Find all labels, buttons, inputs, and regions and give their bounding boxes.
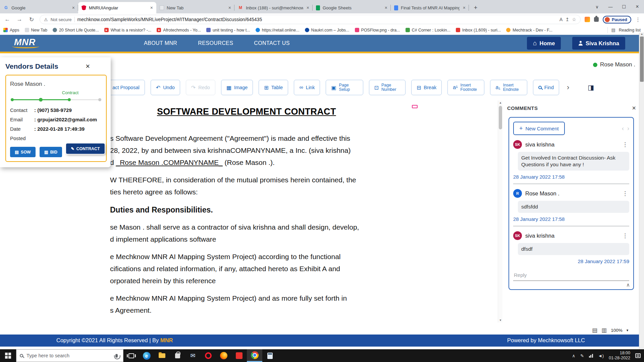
zoom-dropdown-icon[interactable]: ▾ <box>627 328 629 333</box>
bookmark-item[interactable]: https://retail.online... <box>256 28 300 33</box>
toolbar-undo-button[interactable]: ↶ Undo <box>151 80 180 95</box>
toolbar-page-number-button[interactable]: ⊡ Page Number <box>369 80 406 95</box>
slider-step-dot[interactable] <box>39 98 43 102</box>
toolbar-redo-button[interactable]: ↷ Redo <box>186 80 215 95</box>
toolbar-find-button[interactable]: Find <box>533 80 559 95</box>
slider-step-dot[interactable] <box>98 98 101 101</box>
bookmark-item[interactable]: 20 Short Life Quote... <box>53 28 99 33</box>
sidebar-toggle-icon[interactable]: ◨ <box>588 83 594 92</box>
scroll-up-icon[interactable]: ▲ <box>639 33 644 36</box>
bookmark-item[interactable]: Inbox (1,609) - suri... <box>456 28 501 33</box>
bookmark-item[interactable]: C# Corner : Lookin... <box>406 28 450 33</box>
new-comment-button[interactable]: + New Comment <box>513 122 565 135</box>
profile-paused-badge[interactable]: Paused <box>603 16 631 23</box>
contract-button[interactable]: ✎ CONTRACT <box>66 143 105 154</box>
back-icon[interactable]: ← <box>3 16 11 23</box>
mnr-logo[interactable]: MNR <box>14 37 36 48</box>
taskbar-clock[interactable]: 18:00 01-28-2022 <box>609 351 630 361</box>
tab-google-docs[interactable]: Final Tests of MNR AI Mapping S × <box>391 2 469 13</box>
comment-menu-icon[interactable]: ⋮ <box>621 141 629 148</box>
print-layout-icon[interactable]: ▤ <box>592 327 597 334</box>
document-canvas[interactable]: SOFTWARE DEVELOPMENT CONTRACT s Software… <box>110 99 496 324</box>
send-to-device-icon[interactable]: ↥ <box>565 17 569 22</box>
bookmark-item[interactable]: POSFlow.png - dra... <box>355 28 400 33</box>
bookmark-item[interactable]: New Tab <box>25 28 47 33</box>
reload-icon[interactable]: ↻ <box>28 16 36 23</box>
comment-menu-icon[interactable]: ⋮ <box>621 232 629 239</box>
bid-button[interactable]: ▥ BID <box>40 147 62 157</box>
taskbar-chrome[interactable] <box>247 349 262 362</box>
vendor-stage-slider[interactable] <box>11 97 101 102</box>
document-scrollbar[interactable]: ▲ ▼ <box>498 101 502 322</box>
taskbar-opera[interactable] <box>201 349 216 362</box>
action-center-icon[interactable] <box>635 353 641 358</box>
scroll-down-icon[interactable]: ▼ <box>498 319 503 322</box>
pager-left-icon[interactable]: ‹ <box>622 125 624 132</box>
taskbar-search-input[interactable]: Type here to search <box>16 349 123 362</box>
slider-step-dot[interactable] <box>68 98 71 101</box>
home-button[interactable]: ⌂ Home <box>527 37 561 50</box>
toolbar-image-button[interactable]: ▦ Image <box>221 80 253 95</box>
bookmark-item[interactable]: What is a resistor? -... <box>104 28 152 33</box>
taskbar-edge[interactable]: e <box>139 349 154 362</box>
vendor-panel-close-icon[interactable]: × <box>86 62 90 71</box>
tab-search-icon[interactable]: ∨ <box>590 4 604 9</box>
window-maximize-button[interactable]: ☐ <box>617 4 631 9</box>
tab-close-icon[interactable]: × <box>384 5 388 10</box>
tab-close-icon[interactable]: × <box>228 5 232 10</box>
reply-input[interactable]: Reply <box>513 271 629 281</box>
extensions-puzzle-icon[interactable] <box>594 17 599 22</box>
collapse-chevron-icon[interactable]: ∧ <box>626 282 630 288</box>
taskbar-red-app[interactable] <box>231 349 247 362</box>
tab-google[interactable]: G Google × <box>0 2 78 13</box>
extension-icon[interactable] <box>585 17 590 22</box>
bookmark-item[interactable]: Mechtrack - Dev - F... <box>506 28 552 33</box>
bookmark-item[interactable]: Naukri.com – Jobs... <box>305 28 350 33</box>
taskbar-mail[interactable]: ✉ <box>185 349 201 362</box>
start-button[interactable] <box>0 349 16 362</box>
toolbar-break-button[interactable]: ⊟ Break <box>411 80 442 95</box>
bookmark-item[interactable]: unit testing - how t... <box>206 28 250 33</box>
tab-close-icon[interactable]: × <box>306 5 310 10</box>
tab-google-sheets[interactable]: Google Sheets × <box>313 2 391 13</box>
tab-close-icon[interactable]: × <box>462 5 466 10</box>
tab-close-icon[interactable]: × <box>71 5 75 10</box>
nav-contact-us[interactable]: CONTACT US <box>254 40 290 46</box>
new-tab-button[interactable]: + <box>471 3 480 12</box>
toolbar-insert-endnote-button[interactable]: a₁ Insert Endnote <box>490 80 527 95</box>
not-secure-warning-icon[interactable]: ⚠ <box>44 17 48 22</box>
task-view-button[interactable] <box>123 349 139 362</box>
user-button[interactable]: Siva Krishna <box>572 37 625 50</box>
translate-icon[interactable]: A <box>559 17 562 22</box>
url-text[interactable]: mechknow.com/SampleWorks/MNRLiveProject/… <box>77 17 557 22</box>
network-icon[interactable] <box>589 354 593 358</box>
reading-list-button[interactable]: Reading list <box>619 28 641 33</box>
footer-brand-link[interactable]: MNR <box>160 337 173 343</box>
tab-close-icon[interactable]: × <box>150 5 154 10</box>
sow-button[interactable]: ▤ SOW <box>10 147 36 157</box>
comment-menu-icon[interactable]: ⋮ <box>621 190 629 197</box>
bookmark-apps[interactable]: Apps <box>3 28 19 33</box>
hidden-icons-chevron-icon[interactable]: ∧ <box>572 353 575 358</box>
scroll-up-icon[interactable]: ▲ <box>498 101 503 104</box>
tab-new-tab[interactable]: New Tab × <box>156 2 234 13</box>
toolbar-table-button[interactable]: ⊞ Table <box>259 80 288 95</box>
slider-step-dot[interactable] <box>11 98 14 101</box>
comments-close-icon[interactable]: × <box>632 104 636 112</box>
page-scrollbar[interactable]: ▲ <box>639 33 644 349</box>
volume-icon[interactable]: ◄) <box>598 353 604 358</box>
omnibox[interactable]: ⚠ Not secure mechknow.com/SampleWorks/MN… <box>40 15 581 24</box>
toolbar-insert-footnote-button[interactable]: a¹ Insert Footnote <box>447 80 484 95</box>
forward-icon[interactable]: → <box>15 16 23 23</box>
nav-about-mnr[interactable]: ABOUT MNR <box>144 40 177 46</box>
bookmark-item[interactable]: Afrotechmods - Yo... <box>157 28 201 33</box>
toolbar-link-button[interactable]: ∞ Link <box>294 80 320 95</box>
security-label[interactable]: Not secure <box>51 17 72 22</box>
scrollbar-thumb[interactable] <box>499 106 502 129</box>
pager-right-icon[interactable]: › <box>627 125 629 132</box>
window-close-button[interactable]: × <box>631 4 644 10</box>
toolbar-page-setup-button[interactable]: ▣ Page Setup <box>326 80 363 95</box>
pen-icon[interactable]: ✎ <box>580 353 584 358</box>
tab-mnruiangular[interactable]: MNRUIAngular × <box>78 2 156 13</box>
window-minimize-button[interactable]: — <box>604 4 617 9</box>
